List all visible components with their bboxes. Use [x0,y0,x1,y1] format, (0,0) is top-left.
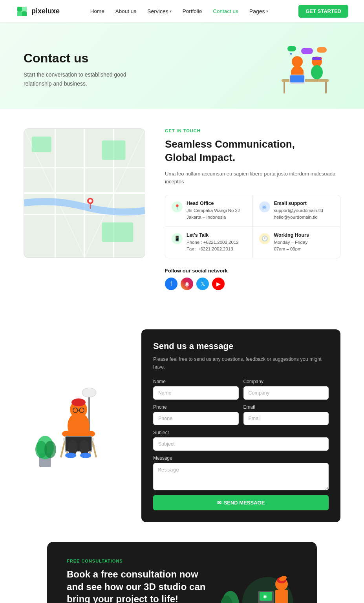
form-group-company: Company [243,379,329,400]
svg-line-39 [61,441,65,457]
nav-contact[interactable]: Contact us [213,8,238,14]
subject-input[interactable] [153,437,329,451]
instagram-icon[interactable]: ◉ [181,278,193,290]
form-description: Please feel free to send us any question… [153,355,329,371]
svg-point-56 [80,453,91,458]
name-input[interactable] [153,386,239,400]
phone-input[interactable] [153,412,239,425]
svg-point-14 [311,65,323,79]
info-working-hours: 🕐 Working Hours Monday – Friday07am – 09… [253,227,340,258]
nav-about[interactable]: About us [115,8,136,14]
services-chevron-icon: ▾ [170,9,172,13]
contact-section: lastminute.com London Eye Riverside Buil… [0,109,364,310]
svg-text:◉: ◉ [263,594,267,599]
send-icon: ✉ [217,500,221,506]
svg-rect-29 [32,137,51,152]
location-icon: 📍 [172,201,183,212]
email-icon: ✉ [259,201,270,212]
send-message-button[interactable]: ✉ SEND MESSAGE [153,495,329,510]
nav-pages[interactable]: Pages ▾ [249,8,268,15]
company-input[interactable] [243,386,329,400]
svg-rect-1 [22,7,27,11]
logo-icon [16,5,28,18]
info-head-office: 📍 Head Office Jln Cempaka Wangi No 22Jak… [165,195,253,227]
message-label: Message [153,455,329,461]
contact-info-grid: 📍 Head Office Jln Cempaka Wangi No 22Jak… [165,195,340,258]
svg-text:♥: ♥ [320,56,322,60]
message-textarea[interactable] [153,463,329,490]
svg-rect-0 [17,7,22,11]
form-heading: Send us a message [153,341,329,351]
info-lets-talk: 📱 Let's Talk Phone : +6221.2002.2012Fax … [165,227,253,258]
free-consultations-label: FREE CONSULTATIONS [67,559,211,563]
info-email-support: ✉ Email support support@yourdomain.tldhe… [253,195,340,227]
company-label: Company [243,379,329,384]
svg-point-60 [44,441,56,458]
form-row-name-company: Name Company [153,379,329,400]
subject-label: Subject [153,430,329,435]
consultation-text: FREE CONSULTATIONS Book a free consultat… [67,559,211,603]
form-group-subject: Subject [153,430,329,451]
nav-portfolio[interactable]: Portfolio [183,8,202,14]
message-illustration [24,371,126,481]
nav-home[interactable]: Home [90,8,104,14]
message-form-container: Send us a message Please feel free to se… [141,329,340,522]
form-group-email: Email [243,404,329,425]
form-row-phone-email: Phone Email [153,404,329,425]
map-placeholder: lastminute.com London Eye Riverside Buil… [24,129,145,258]
social-icons: f ◉ 𝕏 ▶ [165,278,340,290]
consultation-illustration: ◉ [211,557,297,603]
contact-description: Uma leo nullam accumsan eu sapien libero… [165,170,340,186]
email-label: Email [243,404,329,410]
phone-icon: 📱 [172,233,183,244]
nav-links: Home About us Services ▾ Portfolio Conta… [90,8,268,15]
svg-rect-17 [317,47,327,53]
facebook-icon[interactable]: f [165,278,177,290]
email-input[interactable] [243,412,329,425]
map-container[interactable]: lastminute.com London Eye Riverside Buil… [24,128,145,258]
nav-services[interactable]: Services ▾ [147,8,172,15]
pages-chevron-icon: ▾ [266,9,268,13]
contact-heading: Seamless Communication, Global Impact. [165,138,340,164]
svg-line-40 [92,441,96,457]
hero-section: Contact us Start the conversation to est… [0,22,364,109]
name-label: Name [153,379,239,384]
svg-rect-72 [275,590,288,603]
consultation-section: FREE CONSULTATIONS Book a free consultat… [47,542,317,603]
navbar: pixeluxe Home About us Services ▾ Portfo… [0,0,364,22]
hero-illustration: ♥ ★ [262,38,340,101]
form-group-name: Name [153,379,239,400]
svg-point-7 [292,56,303,67]
message-section: Send us a message Please feel free to se… [0,310,364,542]
svg-rect-16 [287,46,296,51]
logo[interactable]: pixeluxe [16,5,60,18]
svg-point-36 [82,388,96,397]
svg-rect-6 [325,82,327,93]
svg-point-55 [65,453,76,458]
svg-rect-11 [290,75,304,82]
svg-point-33 [89,199,92,203]
hero-image: ♥ ★ [266,40,337,99]
hero-text: Contact us Start the conversation to est… [24,51,141,88]
svg-point-49 [71,398,86,406]
message-illustration-image [27,371,122,481]
hero-title: Contact us [24,51,141,66]
svg-rect-2 [17,11,22,16]
svg-rect-30 [102,141,126,160]
form-group-message: Message [153,455,329,490]
svg-rect-3 [22,11,27,16]
get-started-button[interactable]: GET STARTED [298,5,348,18]
form-group-phone: Phone [153,404,239,425]
svg-text:★: ★ [289,52,293,56]
svg-rect-5 [284,82,285,93]
form-row-message: Message [153,455,329,490]
contact-info: GET IN TOUCH Seamless Communication, Glo… [165,128,340,290]
svg-rect-31 [102,222,133,242]
svg-rect-15 [301,48,313,54]
social-label: Follow our social network [165,268,340,274]
clock-icon: 🕐 [259,233,270,244]
twitter-icon[interactable]: 𝕏 [196,278,209,290]
social-section: Follow our social network f ◉ 𝕏 ▶ [165,268,340,290]
youtube-icon[interactable]: ▶ [212,278,225,290]
get-in-touch-label: GET IN TOUCH [165,128,340,133]
